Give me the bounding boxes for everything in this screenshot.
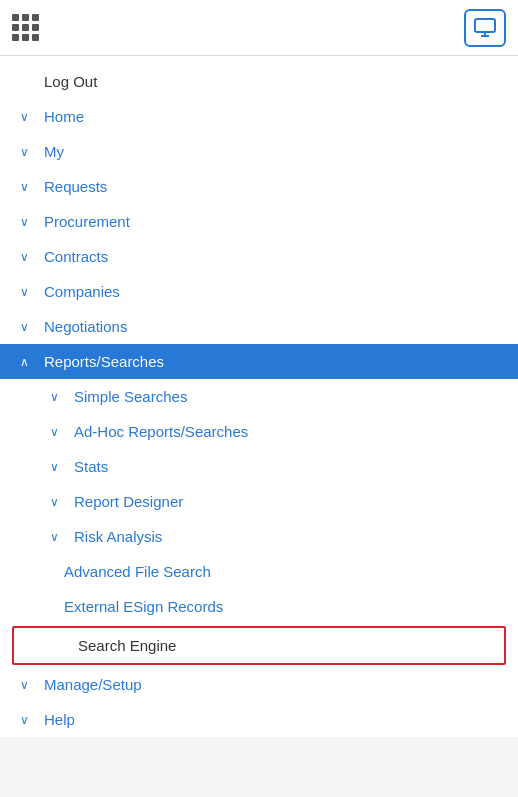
sidebar-item-label: Home xyxy=(44,108,84,125)
sidebar-item-external-esign[interactable]: External ESign Records xyxy=(0,589,518,624)
sidebar-item-home[interactable]: ∨ Home xyxy=(0,99,518,134)
sidebar-item-stats[interactable]: ∨ Stats xyxy=(0,449,518,484)
sidebar-item-simple-searches[interactable]: ∨ Simple Searches xyxy=(0,379,518,414)
chevron-down-icon: ∨ xyxy=(50,425,64,439)
sidebar-item-my[interactable]: ∨ My xyxy=(0,134,518,169)
sidebar-item-label: Ad-Hoc Reports/Searches xyxy=(74,423,248,440)
sidebar-item-label: Risk Analysis xyxy=(74,528,162,545)
chevron-down-icon: ∨ xyxy=(20,320,34,334)
sidebar-item-risk-analysis[interactable]: ∨ Risk Analysis xyxy=(0,519,518,554)
sidebar-item-label: Contracts xyxy=(44,248,108,265)
sidebar-item-requests[interactable]: ∨ Requests xyxy=(0,169,518,204)
main-navigation: Log Out ∨ Home ∨ My ∨ Requests ∨ Procure… xyxy=(0,56,518,737)
grid-dot xyxy=(12,24,19,31)
monitor-button[interactable] xyxy=(464,9,506,47)
sidebar-item-label: Simple Searches xyxy=(74,388,187,405)
grid-dot xyxy=(32,34,39,41)
chevron-down-icon: ∨ xyxy=(20,110,34,124)
sidebar-item-label: Negotiations xyxy=(44,318,127,335)
sidebar-item-label: Manage/Setup xyxy=(44,676,142,693)
sidebar-item-search-engine[interactable]: Search Engine xyxy=(12,626,506,665)
sidebar-item-contracts[interactable]: ∨ Contracts xyxy=(0,239,518,274)
chevron-down-icon: ∨ xyxy=(20,250,34,264)
sidebar-item-label: Advanced File Search xyxy=(64,563,211,580)
sidebar-item-companies[interactable]: ∨ Companies xyxy=(0,274,518,309)
chevron-down-icon: ∨ xyxy=(20,180,34,194)
grid-dot xyxy=(12,34,19,41)
chevron-up-icon: ∧ xyxy=(20,355,34,369)
svg-rect-0 xyxy=(475,19,495,32)
grid-dot xyxy=(22,24,29,31)
sidebar-item-label: Companies xyxy=(44,283,120,300)
sidebar-item-label: Report Designer xyxy=(74,493,183,510)
sidebar-item-label: Search Engine xyxy=(78,637,176,654)
sidebar-item-label: Help xyxy=(44,711,75,728)
grid-dot xyxy=(32,24,39,31)
chevron-down-icon: ∨ xyxy=(50,495,64,509)
sidebar-item-label: Requests xyxy=(44,178,107,195)
sidebar-item-label: Stats xyxy=(74,458,108,475)
chevron-down-icon: ∨ xyxy=(20,145,34,159)
sidebar-item-logout[interactable]: Log Out xyxy=(0,64,518,99)
sidebar-item-label: Procurement xyxy=(44,213,130,230)
app-header xyxy=(0,0,518,56)
chevron-down-icon: ∨ xyxy=(50,530,64,544)
sidebar-item-report-designer[interactable]: ∨ Report Designer xyxy=(0,484,518,519)
chevron-down-icon: ∨ xyxy=(50,460,64,474)
sidebar-item-label: My xyxy=(44,143,64,160)
sidebar-item-label: Reports/Searches xyxy=(44,353,164,370)
sidebar-item-help[interactable]: ∨ Help xyxy=(0,702,518,737)
chevron-down-icon: ∨ xyxy=(20,285,34,299)
sidebar-item-label: Log Out xyxy=(44,73,97,90)
grid-dot xyxy=(12,14,19,21)
grid-dot xyxy=(22,14,29,21)
chevron-down-icon: ∨ xyxy=(20,215,34,229)
sidebar-item-procurement[interactable]: ∨ Procurement xyxy=(0,204,518,239)
grid-dot xyxy=(32,14,39,21)
sidebar-item-label: External ESign Records xyxy=(64,598,223,615)
grid-menu-icon[interactable] xyxy=(12,14,39,41)
sidebar-item-negotiations[interactable]: ∨ Negotiations xyxy=(0,309,518,344)
chevron-down-icon: ∨ xyxy=(20,713,34,727)
sidebar-item-reports-searches[interactable]: ∧ Reports/Searches xyxy=(0,344,518,379)
chevron-down-icon: ∨ xyxy=(20,678,34,692)
sidebar-item-adhoc-reports[interactable]: ∨ Ad-Hoc Reports/Searches xyxy=(0,414,518,449)
grid-dot xyxy=(22,34,29,41)
sidebar-item-advanced-file-search[interactable]: Advanced File Search xyxy=(0,554,518,589)
sidebar-item-manage-setup[interactable]: ∨ Manage/Setup xyxy=(0,667,518,702)
chevron-down-icon: ∨ xyxy=(50,390,64,404)
